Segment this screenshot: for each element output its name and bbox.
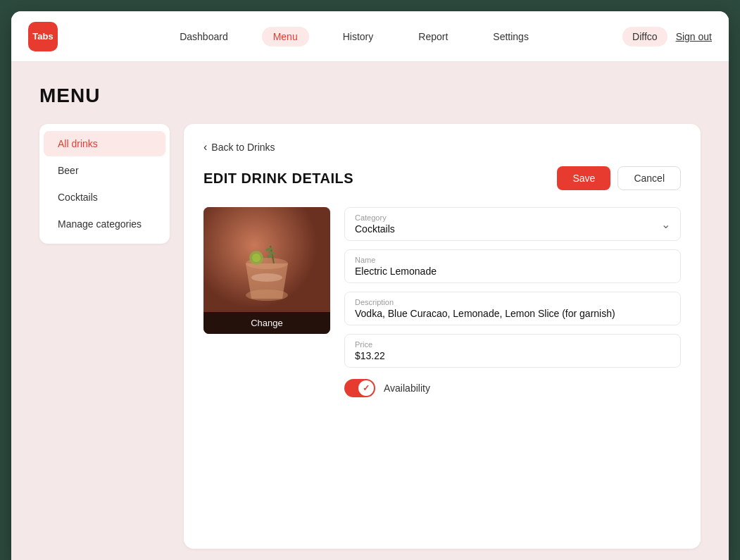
nav-settings[interactable]: Settings bbox=[482, 27, 540, 46]
change-overlay[interactable]: Change bbox=[203, 312, 330, 334]
sidebar-card: All drinks Beer Cocktails Manage categor… bbox=[39, 124, 170, 244]
sidebar-item-cocktails[interactable]: Cocktails bbox=[44, 185, 165, 210]
content-area: All drinks Beer Cocktails Manage categor… bbox=[39, 124, 701, 549]
toggle-knob: ✓ bbox=[358, 380, 374, 396]
description-label: Description bbox=[355, 298, 670, 306]
app-window: Tabs Dashboard Menu History Report Setti… bbox=[11, 11, 729, 560]
logo: Tabs bbox=[28, 22, 58, 51]
nav-signout[interactable]: Sign out bbox=[676, 31, 712, 42]
toggle-check-icon: ✓ bbox=[363, 383, 370, 393]
chevron-down-icon: ⌄ bbox=[661, 218, 670, 231]
sidebar-item-beer[interactable]: Beer bbox=[44, 158, 165, 183]
back-arrow-icon: ‹ bbox=[203, 141, 207, 154]
price-label: Price bbox=[355, 340, 670, 349]
navbar: Tabs Dashboard Menu History Report Setti… bbox=[11, 11, 729, 62]
sidebar-item-all-drinks[interactable]: All drinks bbox=[44, 131, 165, 156]
drink-image: Change bbox=[203, 207, 330, 334]
edit-panel: ‹ Back to Drinks EDIT DRINK DETAILS Save… bbox=[184, 124, 701, 549]
edit-title: EDIT DRINK DETAILS bbox=[203, 170, 353, 187]
nav-links: Dashboard Menu History Report Settings bbox=[86, 27, 622, 46]
svg-point-5 bbox=[252, 254, 261, 262]
nav-username: Diffco bbox=[622, 27, 667, 46]
availability-toggle[interactable]: ✓ bbox=[344, 379, 375, 397]
availability-label: Availability bbox=[384, 382, 430, 394]
availability-row: ✓ Availability bbox=[344, 379, 681, 397]
form-area: Change Category Cocktails ⌄ bbox=[203, 207, 681, 397]
page-title: MENU bbox=[39, 85, 701, 107]
svg-point-3 bbox=[251, 273, 282, 282]
name-field[interactable]: Name Electric Lemonade bbox=[344, 249, 681, 283]
category-label: Category bbox=[355, 213, 661, 222]
name-label: Name bbox=[355, 256, 670, 264]
header-buttons: Save Cancel bbox=[557, 166, 681, 190]
edit-header: EDIT DRINK DETAILS Save Cancel bbox=[203, 166, 681, 190]
form-fields: Category Cocktails ⌄ Name Electric Lemon… bbox=[344, 207, 681, 397]
nav-right: Diffco Sign out bbox=[622, 27, 712, 46]
price-value: $13.22 bbox=[355, 350, 670, 361]
save-button[interactable]: Save bbox=[557, 166, 610, 190]
category-field[interactable]: Category Cocktails ⌄ bbox=[344, 207, 681, 241]
sidebar-item-manage-categories[interactable]: Manage categories bbox=[44, 211, 165, 237]
nav-report[interactable]: Report bbox=[407, 27, 459, 46]
category-value: Cocktails bbox=[355, 223, 661, 235]
sidebar: All drinks Beer Cocktails Manage categor… bbox=[39, 124, 170, 549]
back-link[interactable]: ‹ Back to Drinks bbox=[203, 141, 681, 154]
description-value: Vodka, Blue Curacao, Lemonade, Lemon Sli… bbox=[355, 308, 670, 319]
back-label: Back to Drinks bbox=[211, 142, 275, 153]
name-value: Electric Lemonade bbox=[355, 266, 670, 277]
price-field[interactable]: Price $13.22 bbox=[344, 334, 681, 368]
description-field[interactable]: Description Vodka, Blue Curacao, Lemonad… bbox=[344, 292, 681, 325]
cancel-button[interactable]: Cancel bbox=[617, 166, 681, 190]
nav-history[interactable]: History bbox=[332, 27, 385, 46]
nav-menu[interactable]: Menu bbox=[262, 27, 309, 46]
nav-dashboard[interactable]: Dashboard bbox=[168, 27, 239, 46]
main-content: MENU All drinks Beer Cocktails Manage ca… bbox=[11, 62, 729, 560]
